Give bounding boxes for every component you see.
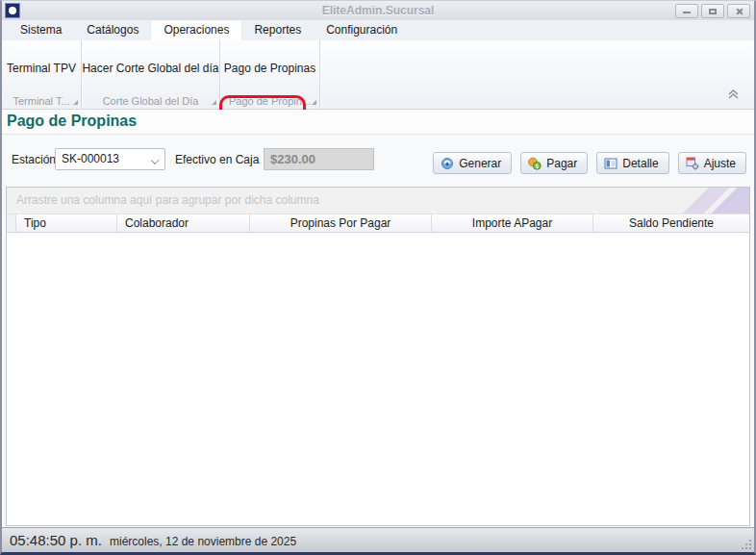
tab-catalogos[interactable]: Catálogos <box>74 20 151 40</box>
resize-grip[interactable] <box>741 539 751 549</box>
status-bar: 05:48:50 p. m. miércoles, 12 de noviembr… <box>2 527 754 552</box>
grid-body-empty[interactable] <box>7 233 749 525</box>
tab-operaciones[interactable]: Operaciones <box>151 20 241 40</box>
title-bar: EliteAdmin.Sucursal <box>2 1 754 20</box>
decorative-stripes <box>605 188 749 214</box>
row-indicator-header <box>7 214 16 232</box>
ribbon-group-terminal: Terminal TPV Terminal T... <box>2 40 82 109</box>
window-controls <box>675 4 750 18</box>
ribbon: Terminal TPV Terminal T... Hacer Corte G… <box>2 40 754 110</box>
maximize-button[interactable] <box>701 4 724 18</box>
window-title: EliteAdmin.Sucursal <box>2 4 754 17</box>
status-date: miércoles, 12 de noviembre de 2025 <box>110 535 296 548</box>
detail-window-icon <box>604 157 617 170</box>
station-value: SK-000013 <box>62 152 119 165</box>
detail-button[interactable]: Detalle <box>596 152 668 174</box>
maximize-icon <box>709 9 717 14</box>
menu-tab-bar: Sistema Catálogos Operaciones Reportes C… <box>2 20 754 40</box>
status-time: 05:48:50 p. m. <box>10 532 102 548</box>
ribbon-group-caption: Pago de Propin... <box>220 94 319 109</box>
tips-grid: Arrastre una columna aquí para agrupar p… <box>6 187 750 526</box>
generate-button[interactable]: Generar <box>433 152 512 174</box>
ribbon-group-propinas: Pago de Propinas Pago de Propin... <box>220 40 320 109</box>
ribbon-group-caption: Corte Global del Día <box>82 94 219 109</box>
pay-coins-icon: $ <box>528 157 542 170</box>
dialog-launcher-icon[interactable] <box>73 100 78 105</box>
page-title: Pago de Propinas <box>7 113 137 130</box>
terminal-tpv-button[interactable]: Terminal TPV <box>2 62 81 75</box>
collapse-ribbon-icon[interactable] <box>726 87 741 104</box>
corte-global-button[interactable]: Hacer Corte Global del día <box>82 62 219 75</box>
tab-reportes[interactable]: Reportes <box>241 20 314 40</box>
dialog-launcher-icon[interactable] <box>212 100 216 105</box>
cash-label: Efectivo en Caja <box>175 153 259 166</box>
dialog-launcher-icon[interactable] <box>312 100 316 105</box>
station-label: Estación <box>12 153 56 166</box>
generate-icon <box>441 157 454 170</box>
ribbon-group-corte-global: Hacer Corte Global del día Corte Global … <box>82 40 220 109</box>
adjust-button[interactable]: Ajuste <box>678 152 746 174</box>
pay-button[interactable]: $ Pagar <box>520 152 588 174</box>
ribbon-group-caption: Terminal T... <box>2 94 81 109</box>
station-select[interactable]: SK-000013 <box>55 148 165 170</box>
column-header-propinas-por-pagar[interactable]: Propinas Por Pagar <box>250 214 432 232</box>
adjust-gear-icon <box>686 157 699 170</box>
svg-text:$: $ <box>535 162 539 169</box>
minimize-icon <box>683 12 691 13</box>
close-button[interactable] <box>727 4 750 18</box>
column-header-tipo[interactable]: Tipo <box>16 214 117 232</box>
grid-header-row: Tipo Colaborador Propinas Por Pagar Impo… <box>7 214 749 233</box>
page-heading-bar: Pago de Propinas <box>2 110 754 135</box>
column-header-saldo-pendiente[interactable]: Saldo Pendiente <box>593 214 749 232</box>
pago-propinas-button[interactable]: Pago de Propinas <box>220 62 319 75</box>
tab-configuracion[interactable]: Configuración <box>314 20 410 40</box>
content-area: Estación SK-000013 Efectivo en Caja $230… <box>2 135 754 527</box>
column-header-colaborador[interactable]: Colaborador <box>117 214 250 232</box>
chevron-down-icon <box>151 156 160 164</box>
group-by-hint: Arrastre una columna aquí para agrupar p… <box>16 193 319 207</box>
tab-sistema[interactable]: Sistema <box>8 20 74 40</box>
action-buttons: Generar $ Pagar Detalle Ajuste <box>433 152 746 174</box>
form-row: Estación SK-000013 Efectivo en Caja $230… <box>2 148 754 171</box>
minimize-button[interactable] <box>675 4 698 18</box>
app-window: EliteAdmin.Sucursal Sistema Catálogos Op… <box>0 0 756 555</box>
column-header-importe-apagar[interactable]: Importe APagar <box>432 214 593 232</box>
group-by-bar[interactable]: Arrastre una columna aquí para agrupar p… <box>7 188 749 214</box>
cash-field: $230.00 <box>264 148 374 170</box>
